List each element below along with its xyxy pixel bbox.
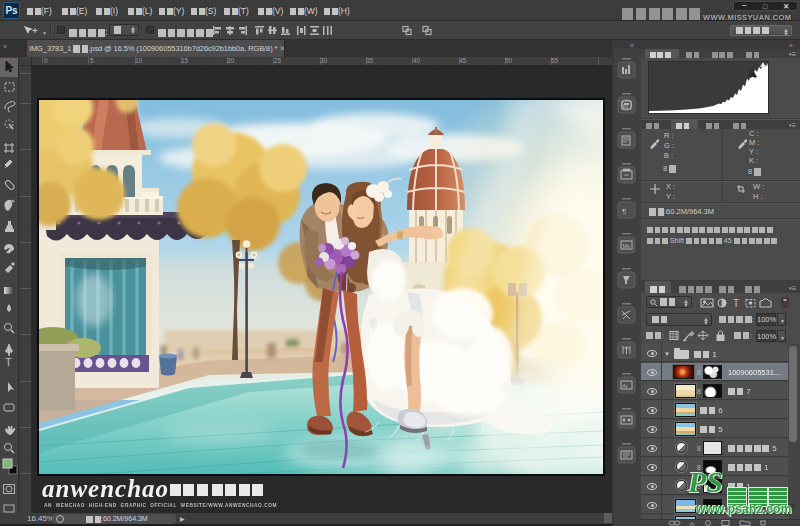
svg-text:T: T <box>733 298 739 309</box>
svg-text:fx: fx <box>690 521 696 526</box>
svg-text:¶: ¶ <box>622 207 626 216</box>
svg-text:A: A <box>750 70 757 80</box>
svg-text:Ai: Ai <box>623 383 628 389</box>
svg-text:Ms: Ms <box>623 243 631 249</box>
svg-text:T: T <box>5 356 12 368</box>
